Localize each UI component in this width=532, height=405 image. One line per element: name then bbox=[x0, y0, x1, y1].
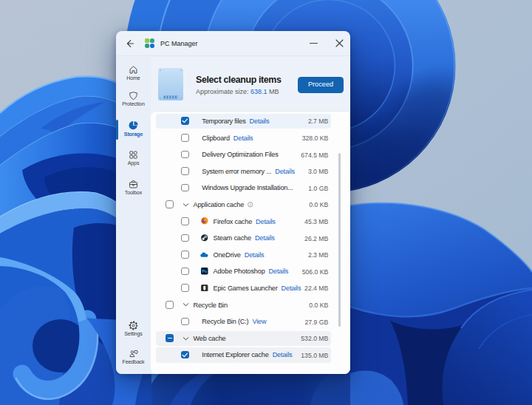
svg-text:Ps: Ps bbox=[202, 269, 207, 273]
